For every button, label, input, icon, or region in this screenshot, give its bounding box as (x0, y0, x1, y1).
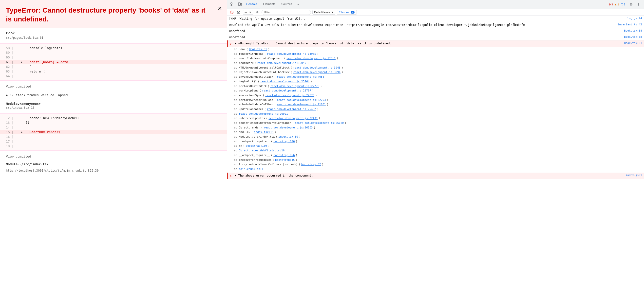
trace-file-link[interactable]: index.tsx:30 (278, 135, 298, 139)
file-link-paren: ( (263, 93, 264, 98)
error-line-link[interactable]: index.js:1 (626, 173, 642, 178)
func-name: checkDeferredModules (239, 158, 272, 163)
trace-file-link[interactable]: bootstrap:32 (301, 162, 321, 167)
trace-file-link[interactable]: react-dom.development.js:23964 (260, 79, 310, 84)
trace-file-link[interactable]: Book.tsx:61 (249, 47, 267, 52)
close-paren: ) (325, 75, 327, 79)
info-line-link[interactable]: Book.tsx:58 (624, 35, 642, 39)
view-compiled-1[interactable]: View compiled (0, 83, 227, 90)
trace-file-link[interactable]: react-dom.development.js:17811 (286, 56, 336, 61)
info-count-badge: 🗨 2 (620, 3, 625, 6)
file-link-paren: ( (255, 61, 256, 66)
trace-line: atscheduleUpdateOnFiber(react-dom.develo… (234, 102, 642, 107)
trace-file-link[interactable]: react-dom.development.js:3994 (293, 70, 340, 75)
eye-button[interactable]: 👁 (255, 9, 260, 15)
trace-file-link[interactable]: react-dom.development.js:25482 (267, 107, 316, 112)
trace-file-link[interactable]: react-dom.development.js:21881 (277, 102, 326, 107)
trace-file-link[interactable]: react-dom.development.js:4056 (277, 75, 324, 79)
info-icon: 🗨 (620, 3, 623, 6)
code-line: 12 | cache: new InMemoryCache() (0, 116, 227, 120)
trace-file-link[interactable]: react-dom.development.js:22431 (269, 116, 318, 121)
trace-file-link[interactable]: react-dom.development.js:26103 (264, 125, 313, 130)
collapsed-frames[interactable]: ▶ 17 stack frames were collapsed. (0, 90, 227, 100)
func-name: beginWork$1 (239, 79, 257, 84)
code-text: console.log(data) (26, 46, 62, 50)
console-error-line[interactable]: ⊗▶ The above error occurred in the compo… (227, 173, 644, 179)
trace-file-link[interactable]: react-dom.development.js:3945 (293, 66, 340, 70)
trace-file-link[interactable]: react-dom.development.js:22707 (262, 88, 311, 93)
trace-file-link[interactable]: bootstrap:45 (275, 158, 294, 163)
tab-more[interactable]: » (295, 3, 301, 6)
settings-button[interactable]: ⚙ (628, 1, 634, 8)
line-arrow (21, 65, 26, 68)
close-paren: ) (317, 52, 319, 56)
issues-button[interactable]: 2 Issues: 2 (337, 10, 357, 14)
trace-line: atunbatchedUpdates(react-dom.development… (234, 116, 642, 121)
devtools-panel: Console Elements Sources » ⊗ 3 ▲ 1 🗨 2 ⚙… (227, 0, 644, 287)
stack-trace: atBook(Book.tsx:61)atrenderWithHooks(rea… (227, 47, 644, 173)
at-text: at (234, 84, 238, 89)
close-paren: ) (268, 144, 270, 148)
trace-file-link[interactable]: react-dom.development.js:14985 (267, 52, 316, 56)
tab-console[interactable]: Console (243, 0, 260, 8)
trace-file-link[interactable]: react-dom.development.js:26021 (239, 112, 288, 116)
code-block-1: 58 | console.log(data)59 | 60 | 61 |> co… (0, 43, 227, 81)
inspect-icon-btn[interactable] (229, 1, 236, 8)
tab-sources[interactable]: Sources (278, 0, 295, 8)
error-source-1: Book src/pages/Book.tsx:61 (0, 28, 227, 41)
code-line: 59 | (0, 50, 227, 55)
block-icon-btn[interactable] (236, 9, 241, 15)
close-button[interactable]: × (218, 5, 222, 12)
view-compiled-2[interactable]: View compiled (0, 153, 227, 160)
trace-file-link[interactable]: bootstrap:150 (246, 144, 267, 148)
code-line: 14 | (0, 125, 227, 130)
line-number: 12 | (6, 116, 21, 120)
trace-file-link[interactable]: bootstrap:856 (274, 153, 294, 158)
trace-file-link[interactable]: react-dom.development.js:22776 (270, 84, 319, 89)
trace-file-link[interactable]: react-dom.development.js:22293 (277, 98, 326, 103)
trace-line: atbeginWork(react-dom.development.js:190… (234, 61, 642, 66)
trace-line: atObject.invokeGuardedCallbackDev(react-… (234, 70, 642, 75)
trace-file-link[interactable]: bootstrap:856 (274, 139, 294, 144)
info-line-link[interactable]: log.js:24 (627, 16, 642, 21)
default-levels-dropdown[interactable]: Default levels ▼ (312, 10, 335, 14)
filter-input[interactable] (262, 10, 311, 15)
trace-line: atperformSyncWorkOnRoot(react-dom.develo… (234, 98, 642, 103)
error-line-content: ▶ ▸Uncaught TypeError: Cannot destructur… (235, 41, 622, 46)
file-link-paren: ( (258, 79, 260, 84)
close-paren: ) (296, 158, 298, 163)
close-paren: ) (342, 70, 343, 75)
file-link-paren: ( (251, 130, 253, 135)
line-arrow (21, 144, 26, 148)
clear-console-button[interactable]: 🚫 (229, 9, 234, 15)
info-line-link[interactable]: invariant.ts:42 (618, 23, 642, 27)
trace-line: atBook(Book.tsx:61) (234, 47, 642, 52)
error-line-link[interactable]: Book.tsx:61 (624, 41, 642, 45)
trace-file-link[interactable]: react-dom.development.js:22670 (265, 93, 314, 98)
func-name: workLoopSync (239, 88, 258, 93)
line-number: 63 | (6, 69, 21, 73)
trace-file-link[interactable]: index.tsx:15 (254, 130, 274, 135)
svg-rect-4 (240, 3, 242, 5)
info-line-content: undefined (229, 35, 622, 39)
trace-file-link[interactable]: Object.reportWebVitals.ts:16 (239, 148, 284, 153)
code-line: 16 | (0, 134, 227, 139)
tab-elements[interactable]: Elements (260, 0, 278, 8)
code-line: 61 |> const {books} = data; (0, 60, 227, 64)
func-name: __webpack_require__ (239, 139, 270, 144)
more-menu-button[interactable]: ⋮ (635, 1, 642, 8)
error-header: TypeError: Cannot destructure property '… (0, 0, 227, 28)
device-icon-btn[interactable] (236, 1, 243, 8)
console-content: [HMR] Waiting for update signal from WDS… (227, 16, 644, 287)
info-line-link[interactable]: Book.tsx:58 (624, 29, 642, 33)
line-arrow (21, 46, 26, 50)
trace-file-link[interactable]: main.chunk.js:1 (239, 167, 263, 172)
code-text (26, 74, 33, 78)
console-error-line[interactable]: ⊗▶ ▸Uncaught TypeError: Cannot destructu… (227, 40, 644, 47)
code-line: 17 | (0, 139, 227, 144)
top-context-dropdown[interactable]: top ▼ (243, 10, 253, 14)
trace-file-link[interactable]: react-dom.development.js:26020 (295, 121, 344, 125)
console-info-line: Download the Apollo DevTools for a bette… (227, 22, 644, 28)
at-text: at (234, 135, 238, 139)
trace-file-link[interactable]: react-dom.development.js:19049 (257, 61, 306, 66)
